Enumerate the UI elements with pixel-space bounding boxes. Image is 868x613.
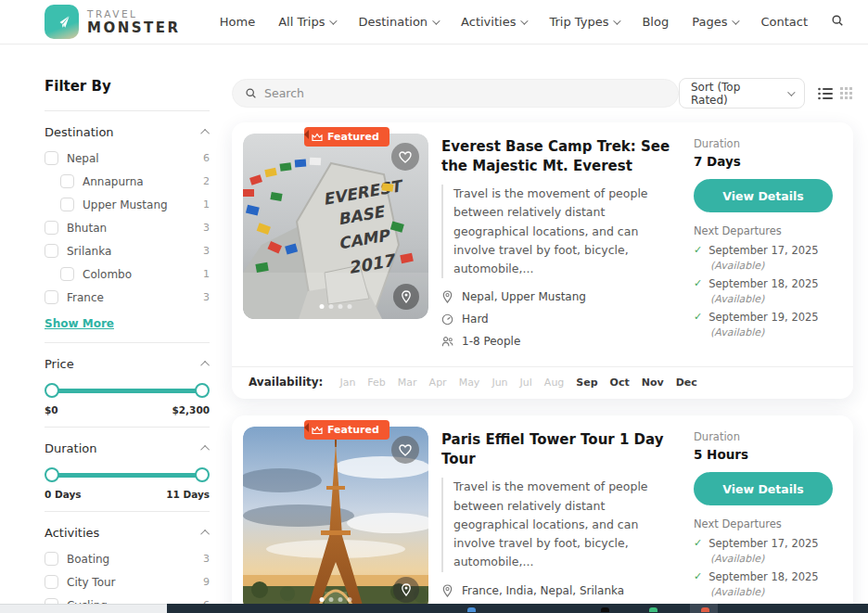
price-section-toggle[interactable]: Price	[45, 357, 210, 371]
checkbox[interactable]	[45, 151, 58, 165]
nav-all-trips[interactable]: All Trips	[278, 15, 335, 29]
checkbox[interactable]	[45, 290, 58, 304]
nav-destination[interactable]: Destination	[358, 15, 438, 29]
price-max-handle[interactable]	[195, 383, 210, 398]
filter-option-colombo[interactable]: Colombo1	[60, 267, 210, 281]
check-icon: ✓	[694, 537, 702, 549]
nav-home[interactable]: Home	[220, 15, 255, 29]
filter-section-activities: Activities Boating3 City Tour9 Cycling6 …	[45, 512, 210, 613]
price-range-slider[interactable]	[45, 383, 209, 399]
trip-title[interactable]: Everest Base Camp Trek: See the Majestic…	[441, 137, 681, 176]
filter-option-nepal[interactable]: Nepal6	[45, 151, 210, 165]
nav-trip-types[interactable]: Trip Types	[549, 15, 619, 29]
nav-pages[interactable]: Pages	[692, 15, 737, 29]
departure-item: ✓September 17, 2025	[694, 244, 840, 257]
crown-icon	[312, 426, 323, 435]
availability-row: Availability: Jan Feb Mar Apr May Jun Ju…	[232, 366, 853, 399]
departure-status: (Available)	[710, 260, 840, 272]
duration-max-label: 11 Days	[166, 489, 210, 500]
view-details-button[interactable]: View Details	[694, 179, 833, 212]
search-icon[interactable]	[831, 14, 844, 30]
map-pin-button[interactable]	[393, 284, 419, 310]
grid-view-icon[interactable]	[840, 87, 853, 100]
carousel-dot[interactable]	[338, 304, 343, 309]
trip-description: Travel is the movement of people between…	[441, 478, 681, 571]
filter-option-upper-mustang[interactable]: Upper Mustang1	[60, 198, 210, 211]
price-min-label: $0	[45, 404, 58, 415]
filter-option-srilanka[interactable]: Srilanka3	[45, 244, 210, 258]
carousel-dot[interactable]	[320, 597, 325, 602]
nav-activities[interactable]: Activities	[461, 15, 526, 29]
taskbar[interactable]	[0, 604, 868, 613]
destination-section-toggle[interactable]: Destination	[45, 125, 210, 139]
carousel-dot[interactable]	[338, 597, 343, 602]
duration-max-handle[interactable]	[195, 467, 210, 482]
filter-sidebar: Filter By Destination Nepal6 Annapurna2 …	[45, 78, 210, 613]
list-view-icon[interactable]	[818, 87, 833, 100]
checkbox[interactable]	[45, 552, 58, 566]
availability-label: Availability:	[249, 376, 323, 389]
taskbar-app-icon[interactable]	[601, 607, 609, 612]
month-apr: Apr	[429, 377, 447, 389]
duration-min-handle[interactable]	[45, 467, 59, 482]
chevron-down-icon	[330, 17, 338, 24]
duration-value: 5 Hours	[694, 447, 840, 462]
taskbar-app-icon[interactable]	[467, 607, 476, 612]
slider-track[interactable]	[45, 473, 209, 478]
checkbox[interactable]	[60, 174, 74, 188]
chevron-down-icon	[787, 88, 795, 96]
location-pin-icon	[441, 584, 453, 597]
logo[interactable]: TRAVEL MONSTER	[45, 5, 181, 39]
filter-section-duration: Duration 0 Days 11 Days	[45, 428, 210, 500]
filter-option-boating[interactable]: Boating3	[45, 552, 210, 566]
duration-label: Duration	[694, 430, 840, 443]
activities-section-toggle[interactable]: Activities	[45, 526, 210, 540]
carousel-dot[interactable]	[348, 304, 352, 309]
trip-photo-everest[interactable]: EVEREST BASE CAMP 2017	[243, 134, 428, 319]
price-min-handle[interactable]	[45, 383, 59, 398]
search-input[interactable]	[264, 86, 666, 100]
destination-show-more-link[interactable]: Show More	[45, 317, 114, 330]
month-nov: Nov	[642, 377, 664, 389]
carousel-dot[interactable]	[329, 304, 334, 309]
departure-status: (Available)	[710, 553, 840, 565]
checkbox[interactable]	[60, 267, 74, 281]
carousel-dot[interactable]	[320, 304, 325, 309]
logo-line2: MONSTER	[87, 19, 181, 36]
duration-range-slider[interactable]	[45, 467, 209, 483]
filter-option-france[interactable]: France3	[45, 290, 210, 304]
slider-track[interactable]	[45, 389, 209, 393]
main-nav: Home All Trips Destination Activities Tr…	[220, 14, 844, 30]
taskbar-app-icon[interactable]	[649, 607, 657, 612]
location-pin-icon	[441, 290, 453, 303]
check-icon: ✓	[694, 311, 702, 323]
favorite-heart-icon[interactable]	[391, 143, 419, 171]
month-sep: Sep	[576, 377, 597, 389]
trip-description: Travel is the movement of people between…	[441, 185, 681, 278]
nav-blog[interactable]: Blog	[642, 15, 669, 29]
departure-item: ✓September 18, 2025	[694, 277, 840, 290]
filter-option-city-tour[interactable]: City Tour9	[45, 575, 210, 589]
carousel-dot[interactable]	[329, 597, 334, 602]
checkbox[interactable]	[60, 198, 74, 211]
checkbox[interactable]	[45, 221, 58, 235]
nav-contact[interactable]: Contact	[760, 15, 808, 29]
month-jul: Jul	[520, 377, 532, 389]
trip-title[interactable]: Paris Effiel Tower Tour 1 Day Tour	[441, 430, 681, 469]
search-icon	[245, 87, 257, 99]
duration-section-toggle[interactable]: Duration	[45, 441, 210, 455]
taskbar-app-icon[interactable]	[701, 607, 709, 612]
filter-option-bhutan[interactable]: Bhutan3	[45, 221, 210, 235]
checkbox[interactable]	[45, 244, 58, 258]
trip-photo-paris[interactable]: Featured	[243, 427, 428, 612]
featured-badge: Featured	[304, 127, 389, 147]
checkbox[interactable]	[45, 575, 58, 589]
check-icon: ✓	[694, 244, 702, 256]
chevron-up-icon	[200, 445, 210, 454]
view-details-button[interactable]: View Details	[694, 472, 833, 505]
carousel-dots	[320, 304, 352, 309]
sort-dropdown[interactable]: Sort (Top Rated)	[679, 78, 805, 109]
carousel-dot[interactable]	[348, 597, 352, 602]
filter-option-annapurna[interactable]: Annapurna2	[60, 174, 210, 188]
trip-search-box[interactable]	[232, 79, 679, 108]
